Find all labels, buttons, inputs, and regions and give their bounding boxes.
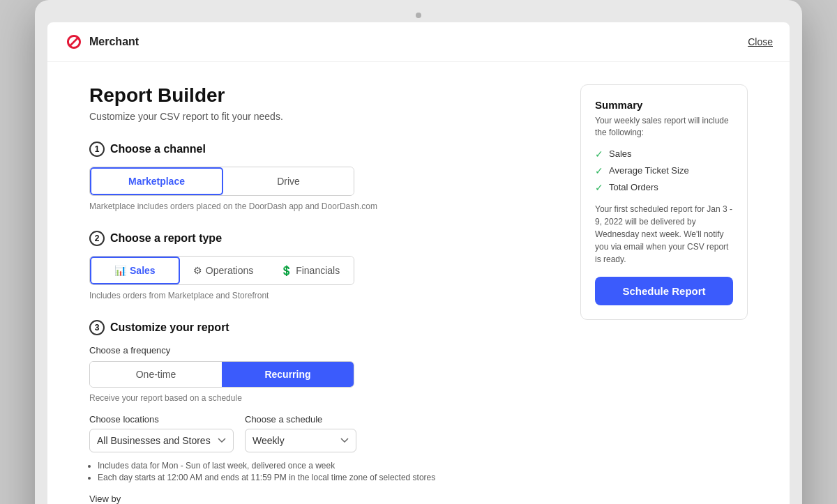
summary-description: Your weekly sales report will include th… bbox=[595, 115, 733, 139]
right-panel: Summary Your weekly sales report will in… bbox=[580, 84, 748, 504]
channel-hint: Marketplace includes orders placed on th… bbox=[89, 201, 564, 211]
summary-panel: Summary Your weekly sales report will in… bbox=[580, 84, 748, 320]
laptop-frame: Merchant Close Report Builder Customize … bbox=[35, 0, 802, 504]
financials-label: Financials bbox=[296, 265, 340, 276]
channel-heading: 1 Choose a channel bbox=[89, 142, 564, 157]
summary-avg-ticket-label: Average Ticket Size bbox=[609, 165, 689, 176]
summary-item-total-orders: ✓ Total Orders bbox=[595, 182, 733, 193]
dropdowns-row: Choose locations All Businesses and Stor… bbox=[89, 414, 564, 452]
location-note-2: Each day starts at 12:00 AM and ends at … bbox=[98, 473, 564, 482]
customize-section: 3 Customize your report Choose a frequen… bbox=[89, 320, 564, 504]
financials-icon: 💲 bbox=[280, 265, 292, 276]
sales-icon: 📊 bbox=[114, 265, 126, 276]
logo-icon bbox=[64, 32, 84, 52]
camera-dot bbox=[416, 13, 421, 18]
report-operations-btn[interactable]: ⚙ Operations bbox=[180, 257, 267, 284]
customize-step: 3 bbox=[89, 320, 105, 335]
summary-item-sales: ✓ Sales bbox=[595, 148, 733, 160]
summary-note: Your first scheduled report for Jan 3 - … bbox=[595, 203, 733, 266]
channel-buttons: Marketplace Drive bbox=[89, 167, 354, 196]
report-type-buttons: 📊 Sales ⚙ Operations 💲 Financials bbox=[89, 256, 354, 285]
channel-section: 1 Choose a channel Marketplace Drive Mar… bbox=[89, 142, 564, 211]
frequency-hint: Receive your report based on a schedule bbox=[89, 393, 564, 403]
main-content: Report Builder Customize your CSV report… bbox=[47, 62, 790, 504]
locations-group: Choose locations All Businesses and Stor… bbox=[89, 414, 234, 452]
report-type-heading-text: Choose a report type bbox=[110, 232, 222, 245]
check-total-orders-icon: ✓ bbox=[595, 182, 603, 193]
report-type-step: 2 bbox=[89, 231, 105, 246]
freq-recurring-btn[interactable]: Recurring bbox=[222, 362, 354, 387]
header: Merchant Close bbox=[47, 22, 790, 62]
channel-marketplace-btn[interactable]: Marketplace bbox=[90, 167, 223, 195]
summary-item-avg-ticket: ✓ Average Ticket Size bbox=[595, 165, 733, 176]
left-panel: Report Builder Customize your CSV report… bbox=[89, 84, 564, 504]
summary-total-orders-label: Total Orders bbox=[609, 182, 658, 192]
operations-icon: ⚙ bbox=[193, 265, 202, 276]
check-sales-icon: ✓ bbox=[595, 148, 603, 160]
logo: Merchant bbox=[64, 32, 139, 52]
page-subtitle: Customize your CSV report to fit your ne… bbox=[89, 111, 564, 122]
close-link[interactable]: Close bbox=[748, 36, 773, 47]
freq-onetime-btn[interactable]: One-time bbox=[90, 362, 222, 387]
customize-heading-text: Customize your report bbox=[110, 321, 229, 334]
schedule-report-button[interactable]: Schedule Report bbox=[595, 277, 733, 305]
summary-sales-label: Sales bbox=[609, 148, 632, 159]
summary-title: Summary bbox=[595, 99, 733, 111]
page-title: Report Builder bbox=[89, 84, 564, 107]
customize-heading: 3 Customize your report bbox=[89, 320, 564, 335]
locations-label: Choose locations bbox=[89, 414, 234, 425]
channel-heading-text: Choose a channel bbox=[110, 143, 206, 155]
frequency-buttons: One-time Recurring bbox=[89, 361, 354, 388]
locations-select[interactable]: All Businesses and Stores bbox=[89, 429, 234, 452]
schedule-select[interactable]: Weekly Daily Monthly bbox=[245, 429, 356, 452]
sales-label: Sales bbox=[130, 265, 156, 276]
frequency-label: Choose a frequency bbox=[89, 345, 564, 356]
operations-label: Operations bbox=[206, 265, 253, 276]
report-type-heading: 2 Choose a report type bbox=[89, 231, 564, 246]
report-sales-btn[interactable]: 📊 Sales bbox=[90, 257, 180, 284]
schedule-label: Choose a schedule bbox=[245, 414, 356, 425]
report-financials-btn[interactable]: 💲 Financials bbox=[266, 257, 354, 284]
laptop-screen: Merchant Close Report Builder Customize … bbox=[47, 22, 790, 504]
channel-step: 1 bbox=[89, 142, 105, 157]
app-name: Merchant bbox=[89, 36, 139, 48]
location-notes: Includes data for Mon - Sun of last week… bbox=[89, 461, 564, 482]
view-by-label: View by bbox=[89, 494, 564, 504]
location-note-1: Includes data for Mon - Sun of last week… bbox=[98, 461, 564, 471]
report-type-section: 2 Choose a report type 📊 Sales ⚙ Operati… bbox=[89, 231, 564, 300]
schedule-group: Choose a schedule Weekly Daily Monthly bbox=[245, 414, 356, 452]
check-avg-ticket-icon: ✓ bbox=[595, 165, 603, 176]
report-type-hint: Includes orders from Marketplace and Sto… bbox=[89, 291, 564, 300]
channel-drive-btn[interactable]: Drive bbox=[223, 167, 354, 195]
